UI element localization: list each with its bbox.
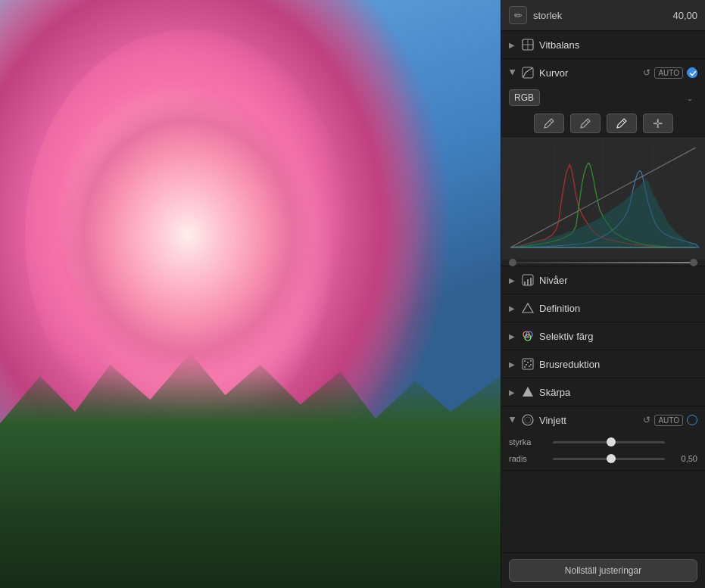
svg-rect-17 xyxy=(530,278,532,285)
selektivfarg-chevron: ▶ xyxy=(509,332,516,341)
definition-row[interactable]: ▶ Definition xyxy=(501,294,705,322)
histogram-area xyxy=(501,138,705,260)
radis-slider-row: radis 0,50 xyxy=(501,450,705,467)
radis-slider[interactable] xyxy=(553,458,665,460)
nivaer-icon xyxy=(521,273,535,287)
svg-rect-26 xyxy=(529,366,530,367)
brusreduktion-row[interactable]: ▶ Brusreduktion xyxy=(501,350,705,378)
svg-rect-15 xyxy=(524,282,526,285)
histogram-slider-right-handle[interactable] xyxy=(690,259,697,266)
reset-button[interactable]: Nollställ justeringar xyxy=(509,559,697,582)
svg-point-29 xyxy=(523,415,533,425)
eyedropper-gray-btn[interactable] xyxy=(570,114,600,133)
vinjett-icon xyxy=(521,413,535,427)
svg-rect-16 xyxy=(527,279,529,285)
skarpa-icon xyxy=(521,385,535,399)
nivaer-chevron: ▶ xyxy=(509,276,516,285)
styrka-slider[interactable] xyxy=(553,441,665,443)
kurvor-undo-icon[interactable]: ↺ xyxy=(643,67,650,78)
svg-rect-27 xyxy=(524,366,526,368)
nivaer-row[interactable]: ▶ Nivåer xyxy=(501,266,705,294)
rgb-select-row: RGB Röd Grön Blå xyxy=(501,86,705,110)
definition-icon xyxy=(521,301,535,315)
reset-btn-row: Nollställ justeringar xyxy=(501,552,705,588)
spacer xyxy=(501,471,705,552)
brusreduktion-icon xyxy=(521,357,535,371)
kurvor-header[interactable]: ▶ Kurvor ↺ AUTO xyxy=(501,59,705,86)
storlek-label: storlek xyxy=(533,10,666,21)
radis-value: 0,50 xyxy=(671,454,697,463)
svg-rect-23 xyxy=(527,362,529,363)
histogram-slider-left-handle[interactable] xyxy=(509,259,516,266)
styrka-thumb[interactable] xyxy=(607,437,616,446)
radis-thumb[interactable] xyxy=(607,454,616,463)
selektivfarg-icon xyxy=(521,329,535,343)
eyedropper-black-btn[interactable] xyxy=(534,114,564,133)
vitbalans-row[interactable]: ▶ Vitbalans xyxy=(501,31,705,59)
radis-label: radis xyxy=(509,454,547,463)
svg-rect-28 xyxy=(530,364,532,366)
vitbalans-icon xyxy=(521,38,535,51)
vinjett-circle-btn xyxy=(687,415,697,425)
vinjett-label: Vinjett xyxy=(539,415,638,426)
histogram-chart xyxy=(504,142,702,257)
svg-line-8 xyxy=(622,120,625,123)
vitbalans-label: Vitbalans xyxy=(539,39,697,51)
svg-rect-22 xyxy=(524,360,526,362)
skarpa-label: Skärpa xyxy=(539,387,697,398)
definition-label: Definition xyxy=(539,303,697,314)
histogram-slider-row xyxy=(501,260,705,266)
rgb-select-wrapper: RGB Röd Grön Blå xyxy=(509,89,697,106)
kurvor-auto-badge[interactable]: AUTO xyxy=(654,67,683,79)
skarpa-row[interactable]: ▶ Skärpa xyxy=(501,378,705,406)
vinjett-auto-badge[interactable]: AUTO xyxy=(654,415,683,426)
kurvor-label: Kurvor xyxy=(539,67,638,79)
styrka-slider-row: styrka xyxy=(501,434,705,450)
eyedropper-white-btn[interactable] xyxy=(607,114,637,133)
storlek-value: 40,00 xyxy=(672,10,697,21)
kurvor-section: ▶ Kurvor ↺ AUTO xyxy=(501,59,705,266)
svg-line-6 xyxy=(586,120,588,123)
histogram-slider[interactable] xyxy=(509,262,697,263)
top-bar: ✏ storlek 40,00 xyxy=(501,0,705,31)
vinjett-undo-icon[interactable]: ↺ xyxy=(643,415,650,425)
kurvor-chevron: ▶ xyxy=(509,69,517,76)
nivaer-label: Nivåer xyxy=(539,275,697,286)
brusreduktion-label: Brusreduktion xyxy=(539,359,697,370)
move-icon: ✛ xyxy=(653,117,663,131)
definition-chevron: ▶ xyxy=(509,304,516,313)
kurvor-active-dot xyxy=(687,67,697,78)
channel-select[interactable]: RGB Röd Grön Blå xyxy=(509,89,540,106)
pencil-icon: ✏ xyxy=(514,10,523,21)
vinjett-chevron: ▶ xyxy=(509,416,517,424)
selektivfarg-label: Selektiv färg xyxy=(539,331,697,342)
brusreduktion-chevron: ▶ xyxy=(509,360,516,369)
svg-point-30 xyxy=(525,417,531,423)
move-points-btn[interactable]: ✛ xyxy=(643,114,673,133)
kurvor-controls: ↺ AUTO xyxy=(643,67,697,79)
kurvor-icon xyxy=(521,66,535,79)
svg-rect-25 xyxy=(526,364,527,366)
selektivfarg-row[interactable]: ▶ Selektiv färg xyxy=(501,322,705,350)
vinjett-section: ▶ Vinjett ↺ AUTO styrka rad xyxy=(501,406,705,471)
photo-area xyxy=(0,0,501,588)
skarpa-chevron: ▶ xyxy=(509,388,516,397)
vitbalans-chevron: ▶ xyxy=(509,41,516,49)
svg-rect-24 xyxy=(530,360,532,362)
svg-point-7 xyxy=(580,126,582,129)
svg-line-5 xyxy=(550,120,552,123)
vinjett-header[interactable]: ▶ Vinjett ↺ AUTO xyxy=(501,406,705,434)
tools-row: ✛ xyxy=(501,110,705,138)
right-panel: ✏ storlek 40,00 ▶ Vitbalans ▶ Kurvor xyxy=(501,0,705,588)
styrka-label: styrka xyxy=(509,437,547,446)
pencil-icon-box: ✏ xyxy=(509,6,527,24)
vinjett-controls: ↺ AUTO xyxy=(643,415,697,426)
